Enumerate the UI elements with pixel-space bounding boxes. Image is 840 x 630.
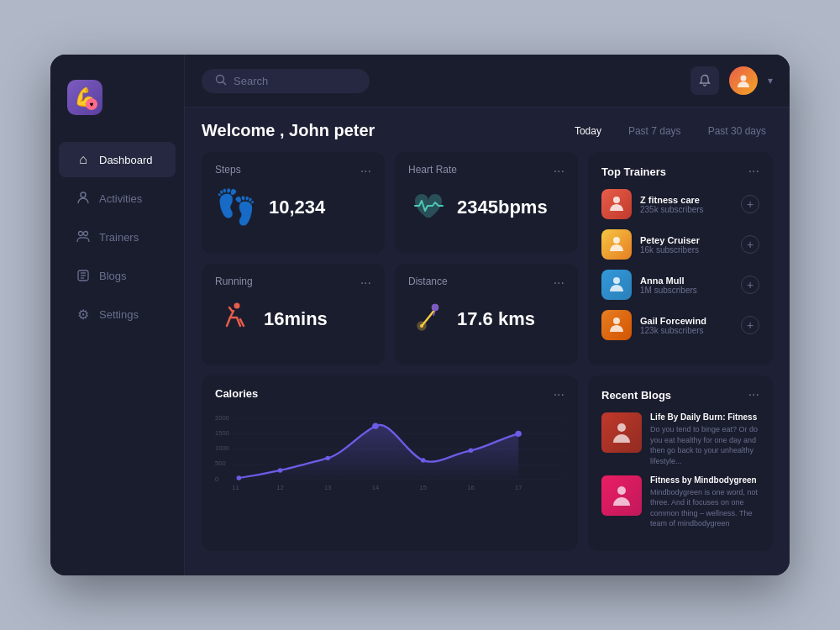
- svg-point-7: [217, 75, 224, 82]
- trainer-name-3: Anna Mull: [640, 276, 732, 286]
- avatar-chevron-icon[interactable]: ▾: [768, 75, 773, 87]
- distance-body: 17.6 kms: [408, 299, 564, 339]
- distance-card: Distance ···: [395, 264, 578, 365]
- svg-point-12: [613, 277, 620, 284]
- svg-point-29: [278, 468, 283, 472]
- distance-menu-icon[interactable]: ···: [554, 276, 564, 291]
- logo-heart-badge: ♥: [86, 98, 97, 110]
- calories-card: Calories ··· 2000 1500 1000 500 0: [202, 375, 578, 551]
- svg-point-9: [741, 76, 747, 81]
- running-value: 16mins: [264, 308, 328, 330]
- blogs-panel: Recent Blogs ··· Life By Daily Burn: F: [588, 375, 773, 551]
- heart-rate-menu-icon[interactable]: ···: [554, 164, 564, 179]
- trainer-avatar-2: [601, 229, 632, 260]
- filter-30days[interactable]: Past 30 days: [701, 122, 773, 140]
- filter-7days[interactable]: Past 7 days: [622, 122, 688, 140]
- calories-label: Calories: [215, 387, 258, 400]
- trainer-info-3: Anna Mull 1M subscribers: [640, 276, 732, 295]
- svg-text:1000: 1000: [215, 445, 229, 453]
- dashboard-grid: Steps ··· 👣 10,234 Heart Rate ···: [202, 152, 773, 551]
- trainer-name-1: Z fitness care: [640, 195, 732, 205]
- svg-text:0: 0: [215, 475, 218, 483]
- logo-icon: 💪 ♥: [67, 80, 102, 115]
- search-bar[interactable]: Search: [202, 69, 370, 93]
- trainer-name-2: Petey Cruiser: [640, 235, 732, 245]
- sidebar-item-label: Blogs: [99, 270, 127, 282]
- heart-rate-icon: [408, 187, 445, 228]
- sidebar-item-blogs[interactable]: Blogs: [59, 258, 176, 293]
- card-header: Steps ···: [215, 164, 371, 179]
- search-placeholder: Search: [234, 75, 268, 87]
- svg-text:500: 500: [215, 460, 226, 468]
- steps-menu-icon[interactable]: ···: [360, 164, 371, 179]
- trainer-subs-3: 1M subscribers: [640, 286, 732, 295]
- sidebar-item-settings[interactable]: ⚙ Settings: [59, 297, 176, 332]
- trainer-subs-2: 16k subscribers: [640, 245, 732, 255]
- trainers-panel-header: Top Trainers ···: [601, 164, 759, 179]
- svg-point-32: [421, 459, 426, 463]
- header: Search ▾: [185, 55, 790, 108]
- steps-value: 10,234: [269, 197, 325, 218]
- svg-text:16: 16: [467, 484, 474, 491]
- trainer-add-button-1[interactable]: +: [741, 195, 759, 213]
- trainers-menu-icon[interactable]: ···: [748, 164, 759, 179]
- trainer-info-4: Gail Forcewind 123k subscribers: [640, 316, 732, 335]
- svg-point-34: [515, 431, 522, 437]
- trainer-info-1: Z fitness care 235k subscribers: [640, 195, 732, 214]
- svg-text:15: 15: [420, 484, 427, 491]
- trainer-item: Gail Forcewind 123k subscribers +: [601, 310, 759, 340]
- main-content: Search ▾: [185, 55, 790, 575]
- svg-text:2000: 2000: [215, 414, 229, 422]
- trainer-item: Anna Mull 1M subscribers +: [601, 270, 759, 300]
- trainers-panel: Top Trainers ··· Z fitness care: [588, 152, 773, 365]
- filter-today[interactable]: Today: [568, 122, 608, 140]
- svg-point-43: [617, 486, 626, 495]
- svg-text:17: 17: [515, 484, 522, 491]
- blogs-menu-icon[interactable]: ···: [748, 387, 759, 402]
- trainers-icon: [76, 229, 91, 244]
- blog-desc-2: Mindbodygreen is one word, not three. An…: [650, 487, 759, 529]
- trainer-add-button-3[interactable]: +: [741, 276, 759, 294]
- sidebar-item-trainers[interactable]: Trainers: [59, 219, 176, 255]
- blog-content-1: Life By Daily Burn: Fitness Do you tend …: [650, 412, 759, 466]
- blogs-panel-header: Recent Blogs ···: [601, 387, 759, 402]
- running-menu-icon[interactable]: ···: [360, 276, 371, 291]
- sidebar-item-activities[interactable]: Activities: [59, 181, 176, 216]
- distance-icon: [408, 299, 445, 339]
- blog-thumb-1: [601, 412, 642, 453]
- user-avatar-button[interactable]: [729, 66, 758, 95]
- distance-value: 17.6 kms: [457, 308, 535, 330]
- svg-line-8: [223, 81, 227, 85]
- heart-rate-card: Heart Rate ··· 2345bpms: [395, 152, 578, 254]
- svg-point-11: [613, 237, 620, 244]
- running-icon: [215, 299, 252, 339]
- home-icon: ⌂: [76, 152, 91, 167]
- running-body: 16mins: [215, 299, 371, 339]
- svg-point-2: [84, 232, 88, 236]
- trainer-item: Petey Cruiser 16k subscribers +: [601, 229, 759, 260]
- running-label: Running: [215, 276, 253, 287]
- blog-item-2: Fitness by Mindbodygreen Mindbodygreen i…: [601, 475, 759, 529]
- trainer-subs-4: 123k subscribers: [640, 326, 732, 335]
- notifications-button[interactable]: [690, 66, 719, 95]
- steps-label: Steps: [215, 164, 241, 176]
- calories-menu-icon[interactable]: ···: [554, 387, 564, 402]
- svg-text:12: 12: [276, 484, 283, 491]
- heart-rate-value: 2345bpms: [457, 197, 548, 218]
- trainer-item: Z fitness care 235k subscribers +: [601, 189, 759, 219]
- blog-thumb-2: [601, 475, 642, 516]
- page-title: Welcome , John peter: [202, 121, 375, 140]
- svg-point-13: [613, 318, 620, 324]
- time-filters: Today Past 7 days Past 30 days: [568, 122, 773, 140]
- svg-point-17: [432, 304, 438, 311]
- blogs-icon: [76, 268, 91, 283]
- sidebar-item-dashboard[interactable]: ⌂ Dashboard: [59, 142, 176, 177]
- blogs-title: Recent Blogs: [601, 389, 671, 402]
- trainer-add-button-2[interactable]: +: [741, 235, 759, 254]
- svg-point-10: [613, 197, 620, 203]
- heart-rate-label: Heart Rate: [408, 164, 457, 176]
- card-header: Heart Rate ···: [408, 164, 564, 179]
- svg-point-31: [372, 423, 379, 429]
- trainer-add-button-4[interactable]: +: [741, 316, 759, 334]
- header-right: ▾: [690, 66, 773, 95]
